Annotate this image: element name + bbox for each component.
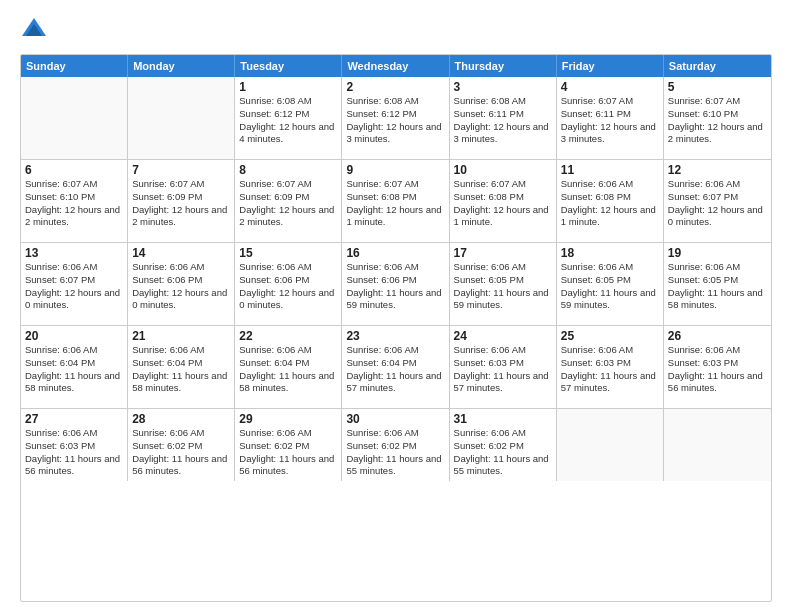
day-info: Sunrise: 6:06 AM Sunset: 6:05 PM Dayligh… xyxy=(454,261,552,312)
day-info: Sunrise: 6:06 AM Sunset: 6:02 PM Dayligh… xyxy=(346,427,444,478)
calendar-header: SundayMondayTuesdayWednesdayThursdayFrid… xyxy=(21,55,771,77)
day-info: Sunrise: 6:07 AM Sunset: 6:08 PM Dayligh… xyxy=(346,178,444,229)
day-info: Sunrise: 6:06 AM Sunset: 6:05 PM Dayligh… xyxy=(668,261,767,312)
calendar-cell: 29Sunrise: 6:06 AM Sunset: 6:02 PM Dayli… xyxy=(235,409,342,481)
calendar-row-5: 27Sunrise: 6:06 AM Sunset: 6:03 PM Dayli… xyxy=(21,409,771,481)
day-number: 18 xyxy=(561,246,659,260)
calendar-cell: 7Sunrise: 6:07 AM Sunset: 6:09 PM Daylig… xyxy=(128,160,235,242)
calendar-row-1: 1Sunrise: 6:08 AM Sunset: 6:12 PM Daylig… xyxy=(21,77,771,160)
day-number: 4 xyxy=(561,80,659,94)
calendar-body: 1Sunrise: 6:08 AM Sunset: 6:12 PM Daylig… xyxy=(21,77,771,481)
day-number: 20 xyxy=(25,329,123,343)
day-number: 27 xyxy=(25,412,123,426)
day-number: 8 xyxy=(239,163,337,177)
calendar-cell: 30Sunrise: 6:06 AM Sunset: 6:02 PM Dayli… xyxy=(342,409,449,481)
calendar-row-3: 13Sunrise: 6:06 AM Sunset: 6:07 PM Dayli… xyxy=(21,243,771,326)
calendar-cell: 16Sunrise: 6:06 AM Sunset: 6:06 PM Dayli… xyxy=(342,243,449,325)
day-info: Sunrise: 6:06 AM Sunset: 6:03 PM Dayligh… xyxy=(668,344,767,395)
calendar-cell: 25Sunrise: 6:06 AM Sunset: 6:03 PM Dayli… xyxy=(557,326,664,408)
calendar-cell: 28Sunrise: 6:06 AM Sunset: 6:02 PM Dayli… xyxy=(128,409,235,481)
calendar-cell: 18Sunrise: 6:06 AM Sunset: 6:05 PM Dayli… xyxy=(557,243,664,325)
calendar-cell: 20Sunrise: 6:06 AM Sunset: 6:04 PM Dayli… xyxy=(21,326,128,408)
day-info: Sunrise: 6:06 AM Sunset: 6:08 PM Dayligh… xyxy=(561,178,659,229)
day-number: 17 xyxy=(454,246,552,260)
calendar-cell: 9Sunrise: 6:07 AM Sunset: 6:08 PM Daylig… xyxy=(342,160,449,242)
day-info: Sunrise: 6:07 AM Sunset: 6:09 PM Dayligh… xyxy=(239,178,337,229)
day-number: 31 xyxy=(454,412,552,426)
day-number: 24 xyxy=(454,329,552,343)
day-info: Sunrise: 6:06 AM Sunset: 6:07 PM Dayligh… xyxy=(668,178,767,229)
day-info: Sunrise: 6:06 AM Sunset: 6:02 PM Dayligh… xyxy=(454,427,552,478)
day-info: Sunrise: 6:06 AM Sunset: 6:04 PM Dayligh… xyxy=(132,344,230,395)
day-number: 19 xyxy=(668,246,767,260)
day-info: Sunrise: 6:06 AM Sunset: 6:04 PM Dayligh… xyxy=(239,344,337,395)
day-info: Sunrise: 6:07 AM Sunset: 6:09 PM Dayligh… xyxy=(132,178,230,229)
calendar-cell xyxy=(557,409,664,481)
day-info: Sunrise: 6:07 AM Sunset: 6:08 PM Dayligh… xyxy=(454,178,552,229)
calendar-cell xyxy=(128,77,235,159)
calendar-cell: 17Sunrise: 6:06 AM Sunset: 6:05 PM Dayli… xyxy=(450,243,557,325)
header-cell-wednesday: Wednesday xyxy=(342,55,449,77)
calendar-cell: 21Sunrise: 6:06 AM Sunset: 6:04 PM Dayli… xyxy=(128,326,235,408)
calendar-cell xyxy=(664,409,771,481)
day-number: 10 xyxy=(454,163,552,177)
day-number: 9 xyxy=(346,163,444,177)
calendar-cell: 26Sunrise: 6:06 AM Sunset: 6:03 PM Dayli… xyxy=(664,326,771,408)
day-number: 15 xyxy=(239,246,337,260)
day-number: 11 xyxy=(561,163,659,177)
day-number: 21 xyxy=(132,329,230,343)
day-info: Sunrise: 6:06 AM Sunset: 6:05 PM Dayligh… xyxy=(561,261,659,312)
calendar-cell: 23Sunrise: 6:06 AM Sunset: 6:04 PM Dayli… xyxy=(342,326,449,408)
calendar-cell: 11Sunrise: 6:06 AM Sunset: 6:08 PM Dayli… xyxy=(557,160,664,242)
day-info: Sunrise: 6:06 AM Sunset: 6:03 PM Dayligh… xyxy=(25,427,123,478)
day-number: 16 xyxy=(346,246,444,260)
calendar-cell: 2Sunrise: 6:08 AM Sunset: 6:12 PM Daylig… xyxy=(342,77,449,159)
day-info: Sunrise: 6:06 AM Sunset: 6:06 PM Dayligh… xyxy=(239,261,337,312)
day-number: 22 xyxy=(239,329,337,343)
header-cell-monday: Monday xyxy=(128,55,235,77)
day-info: Sunrise: 6:08 AM Sunset: 6:11 PM Dayligh… xyxy=(454,95,552,146)
calendar-cell: 19Sunrise: 6:06 AM Sunset: 6:05 PM Dayli… xyxy=(664,243,771,325)
calendar-cell: 15Sunrise: 6:06 AM Sunset: 6:06 PM Dayli… xyxy=(235,243,342,325)
day-info: Sunrise: 6:07 AM Sunset: 6:10 PM Dayligh… xyxy=(25,178,123,229)
day-info: Sunrise: 6:06 AM Sunset: 6:02 PM Dayligh… xyxy=(132,427,230,478)
day-number: 6 xyxy=(25,163,123,177)
calendar-cell: 10Sunrise: 6:07 AM Sunset: 6:08 PM Dayli… xyxy=(450,160,557,242)
calendar-cell: 14Sunrise: 6:06 AM Sunset: 6:06 PM Dayli… xyxy=(128,243,235,325)
header-cell-saturday: Saturday xyxy=(664,55,771,77)
day-info: Sunrise: 6:08 AM Sunset: 6:12 PM Dayligh… xyxy=(239,95,337,146)
calendar-cell: 5Sunrise: 6:07 AM Sunset: 6:10 PM Daylig… xyxy=(664,77,771,159)
header-cell-tuesday: Tuesday xyxy=(235,55,342,77)
day-number: 29 xyxy=(239,412,337,426)
day-number: 12 xyxy=(668,163,767,177)
logo-icon xyxy=(20,16,48,44)
calendar-cell: 13Sunrise: 6:06 AM Sunset: 6:07 PM Dayli… xyxy=(21,243,128,325)
calendar-row-2: 6Sunrise: 6:07 AM Sunset: 6:10 PM Daylig… xyxy=(21,160,771,243)
day-info: Sunrise: 6:07 AM Sunset: 6:10 PM Dayligh… xyxy=(668,95,767,146)
calendar-cell: 3Sunrise: 6:08 AM Sunset: 6:11 PM Daylig… xyxy=(450,77,557,159)
day-info: Sunrise: 6:06 AM Sunset: 6:03 PM Dayligh… xyxy=(454,344,552,395)
day-number: 26 xyxy=(668,329,767,343)
day-info: Sunrise: 6:06 AM Sunset: 6:06 PM Dayligh… xyxy=(346,261,444,312)
calendar-cell: 8Sunrise: 6:07 AM Sunset: 6:09 PM Daylig… xyxy=(235,160,342,242)
day-number: 30 xyxy=(346,412,444,426)
day-info: Sunrise: 6:06 AM Sunset: 6:06 PM Dayligh… xyxy=(132,261,230,312)
day-info: Sunrise: 6:06 AM Sunset: 6:07 PM Dayligh… xyxy=(25,261,123,312)
calendar-cell: 31Sunrise: 6:06 AM Sunset: 6:02 PM Dayli… xyxy=(450,409,557,481)
day-number: 25 xyxy=(561,329,659,343)
calendar-cell: 6Sunrise: 6:07 AM Sunset: 6:10 PM Daylig… xyxy=(21,160,128,242)
day-number: 1 xyxy=(239,80,337,94)
day-info: Sunrise: 6:08 AM Sunset: 6:12 PM Dayligh… xyxy=(346,95,444,146)
day-info: Sunrise: 6:06 AM Sunset: 6:02 PM Dayligh… xyxy=(239,427,337,478)
calendar-row-4: 20Sunrise: 6:06 AM Sunset: 6:04 PM Dayli… xyxy=(21,326,771,409)
day-number: 28 xyxy=(132,412,230,426)
calendar-cell: 22Sunrise: 6:06 AM Sunset: 6:04 PM Dayli… xyxy=(235,326,342,408)
day-number: 7 xyxy=(132,163,230,177)
header-cell-friday: Friday xyxy=(557,55,664,77)
day-info: Sunrise: 6:07 AM Sunset: 6:11 PM Dayligh… xyxy=(561,95,659,146)
day-number: 2 xyxy=(346,80,444,94)
calendar-cell: 4Sunrise: 6:07 AM Sunset: 6:11 PM Daylig… xyxy=(557,77,664,159)
day-number: 5 xyxy=(668,80,767,94)
calendar-cell: 27Sunrise: 6:06 AM Sunset: 6:03 PM Dayli… xyxy=(21,409,128,481)
page-header xyxy=(20,16,772,44)
